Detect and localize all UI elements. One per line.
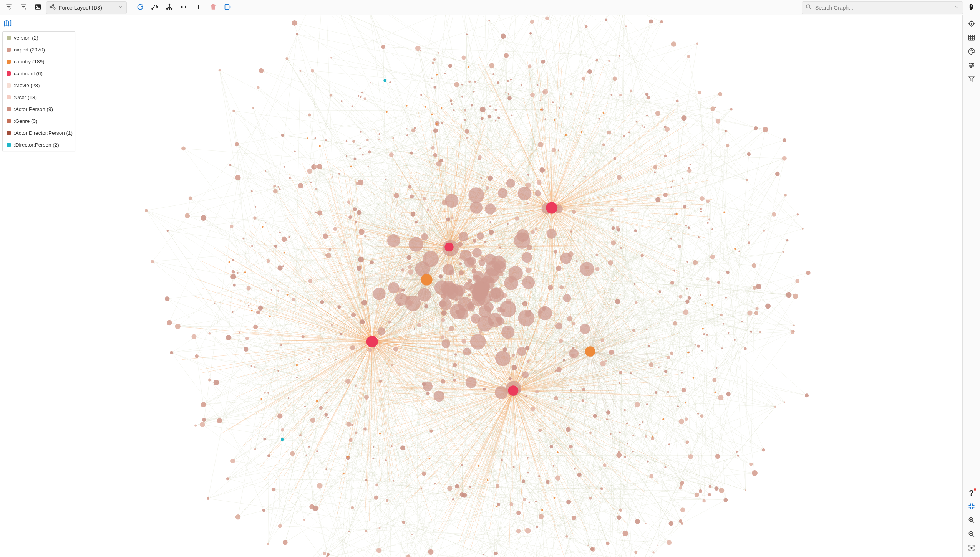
legend-swatch bbox=[7, 60, 11, 64]
layout-select[interactable]: Force Layout (D3) bbox=[46, 1, 127, 14]
mouse-scroll-icon bbox=[967, 3, 975, 12]
legend-item[interactable]: :Director:Person (2) bbox=[3, 139, 75, 151]
svg-rect-18 bbox=[968, 35, 974, 40]
center-target-button[interactable] bbox=[965, 18, 978, 31]
svg-point-1 bbox=[36, 5, 38, 7]
chevron-down-icon bbox=[954, 4, 960, 11]
filter-out-icon bbox=[5, 3, 13, 12]
filter-icon bbox=[968, 75, 975, 84]
table-view-button[interactable] bbox=[965, 31, 978, 45]
svg-point-17 bbox=[971, 23, 972, 24]
screenshot-button[interactable] bbox=[32, 1, 45, 14]
minimap-toggle-button[interactable] bbox=[2, 18, 13, 29]
svg-point-23 bbox=[972, 64, 973, 66]
path-icon bbox=[151, 3, 159, 12]
image-icon bbox=[34, 3, 42, 12]
legend-label: :Actor:Person (9) bbox=[14, 106, 53, 112]
svg-point-9 bbox=[169, 8, 170, 10]
legend-label: :Actor:Director:Person (1) bbox=[14, 130, 73, 136]
layout-select-label: Force Layout (D3) bbox=[59, 5, 102, 11]
legend-label: :Genre (3) bbox=[14, 118, 38, 124]
mouse-mode-button[interactable] bbox=[965, 1, 978, 14]
fit-button[interactable] bbox=[965, 542, 978, 555]
svg-rect-15 bbox=[971, 5, 972, 7]
target-icon bbox=[968, 20, 975, 29]
left-overlay: version (2)airport (2970)country (189)co… bbox=[2, 18, 75, 151]
svg-point-11 bbox=[181, 6, 182, 7]
legend-label: continent (6) bbox=[14, 71, 43, 76]
edge-button[interactable] bbox=[177, 1, 191, 14]
svg-point-24 bbox=[970, 66, 971, 67]
refresh-icon bbox=[136, 3, 144, 12]
zoom-out-button[interactable] bbox=[965, 528, 978, 541]
svg-point-10 bbox=[171, 8, 172, 10]
legend-item[interactable]: country (189) bbox=[3, 56, 75, 68]
svg-point-22 bbox=[970, 63, 971, 64]
search-input[interactable] bbox=[815, 5, 951, 11]
delete-icon bbox=[209, 3, 217, 12]
tree-button[interactable] bbox=[163, 1, 176, 14]
settings-icon bbox=[968, 61, 975, 70]
legend-label: airport (2970) bbox=[14, 47, 45, 53]
legend-swatch bbox=[7, 131, 11, 135]
legend-swatch bbox=[7, 36, 11, 40]
table-icon bbox=[968, 34, 975, 43]
legend-swatch bbox=[7, 83, 11, 88]
settings-button[interactable] bbox=[965, 59, 978, 72]
legend-item[interactable]: continent (6) bbox=[3, 68, 75, 79]
legend-swatch bbox=[7, 119, 11, 123]
legend-item[interactable]: airport (2970) bbox=[3, 44, 75, 56]
legend-label: country (189) bbox=[14, 59, 45, 64]
legend-item[interactable]: :Actor:Person (9) bbox=[3, 103, 75, 115]
filter-in-button[interactable] bbox=[17, 1, 30, 14]
legend-panel[interactable]: version (2)airport (2970)country (189)co… bbox=[2, 31, 75, 151]
chevron-down-icon bbox=[118, 4, 123, 11]
legend-swatch bbox=[7, 48, 11, 52]
collapse-button[interactable] bbox=[965, 500, 978, 513]
filter-out-button[interactable] bbox=[2, 1, 15, 14]
edge-icon bbox=[180, 3, 188, 12]
zoom-in-icon bbox=[968, 516, 975, 525]
graph-canvas-wrap[interactable] bbox=[0, 15, 962, 557]
add-icon bbox=[195, 3, 202, 12]
collapse-icon bbox=[968, 502, 975, 511]
filter-in-icon bbox=[20, 3, 27, 12]
legend-item[interactable]: :Actor:Director:Person (1) bbox=[3, 127, 75, 139]
help-button[interactable]: ? bbox=[965, 486, 978, 499]
graph-canvas[interactable] bbox=[0, 15, 962, 557]
palette-icon bbox=[968, 48, 975, 56]
svg-point-6 bbox=[157, 7, 158, 8]
refresh-button[interactable] bbox=[134, 1, 147, 14]
legend-label: :User (13) bbox=[14, 94, 37, 100]
legend-swatch bbox=[7, 143, 11, 147]
legend-item[interactable]: :User (13) bbox=[3, 91, 75, 103]
legend-item[interactable]: :Movie (28) bbox=[3, 79, 75, 91]
search-field[interactable] bbox=[802, 1, 963, 14]
svg-point-8 bbox=[167, 8, 168, 10]
export-button[interactable] bbox=[221, 1, 234, 14]
legend-item[interactable]: :Genre (3) bbox=[3, 115, 75, 127]
svg-point-19 bbox=[970, 50, 970, 51]
legend-label: :Movie (28) bbox=[14, 83, 40, 88]
svg-point-27 bbox=[971, 547, 972, 548]
legend-swatch bbox=[7, 71, 11, 76]
svg-point-7 bbox=[169, 4, 170, 5]
svg-point-20 bbox=[971, 50, 972, 50]
curve-path-button[interactable] bbox=[148, 1, 161, 14]
filter-button[interactable] bbox=[965, 73, 978, 86]
search-icon bbox=[805, 3, 812, 12]
help-icon: ? bbox=[969, 489, 973, 497]
svg-point-21 bbox=[972, 50, 973, 50]
palette-button[interactable] bbox=[965, 45, 978, 58]
tree-icon bbox=[166, 3, 173, 12]
export-icon bbox=[224, 3, 232, 12]
legend-item[interactable]: version (2) bbox=[3, 32, 75, 44]
add-button[interactable] bbox=[192, 1, 205, 14]
delete-button[interactable] bbox=[207, 1, 220, 14]
graph-layout-icon bbox=[49, 3, 56, 12]
svg-point-13 bbox=[806, 5, 810, 8]
zoom-in-button[interactable] bbox=[965, 514, 978, 527]
map-icon bbox=[3, 19, 12, 29]
fit-icon bbox=[968, 544, 975, 553]
legend-label: :Director:Person (2) bbox=[14, 142, 59, 148]
